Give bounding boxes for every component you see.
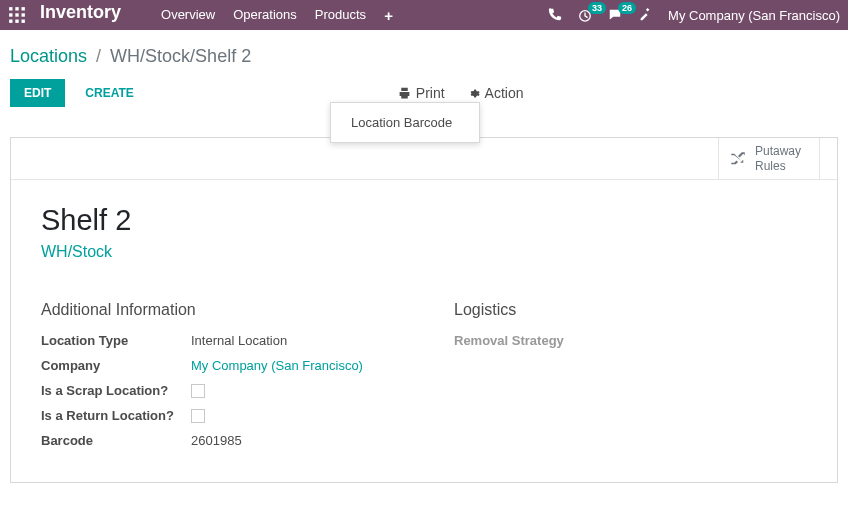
menu-products[interactable]: Products	[315, 7, 366, 24]
record-title: Shelf 2	[41, 204, 807, 237]
putaway-line2: Rules	[755, 159, 801, 173]
label-barcode: Barcode	[41, 433, 191, 448]
value-location-type: Internal Location	[191, 333, 287, 348]
form-columns: Additional Information Location Type Int…	[41, 301, 807, 458]
svg-rect-3	[9, 13, 12, 16]
menu-item-location-barcode[interactable]: Location Barcode	[331, 107, 479, 138]
app-name[interactable]: Inventory	[40, 2, 121, 23]
top-nav: Inventory Overview Operations Products +…	[0, 0, 848, 30]
svg-rect-2	[22, 7, 25, 10]
value-barcode: 2601985	[191, 433, 242, 448]
svg-rect-5	[22, 13, 25, 16]
create-button[interactable]: CREATE	[71, 79, 147, 107]
button-box: Putaway Rules	[11, 138, 837, 180]
field-scrap: Is a Scrap Location?	[41, 383, 394, 398]
label-location-type: Location Type	[41, 333, 191, 348]
field-barcode: Barcode 2601985	[41, 433, 394, 448]
value-company[interactable]: My Company (San Francisco)	[191, 358, 363, 373]
putaway-line1: Putaway	[755, 144, 801, 158]
print-dropdown[interactable]: Print	[398, 85, 445, 101]
print-label: Print	[416, 85, 445, 101]
timer-badge: 33	[588, 2, 606, 14]
timer-icon[interactable]: 33	[578, 8, 592, 22]
company-switcher[interactable]: My Company (San Francisco)	[668, 8, 840, 23]
action-label: Action	[485, 85, 524, 101]
main-menu: Overview Operations Products +	[161, 7, 393, 24]
menu-overview[interactable]: Overview	[161, 7, 215, 24]
checkbox-scrap[interactable]	[191, 384, 205, 398]
checkbox-return[interactable]	[191, 409, 205, 423]
nav-right: 33 26 My Company (San Francisco)	[548, 7, 840, 24]
svg-rect-6	[9, 20, 12, 23]
control-panel: Locations / WH/Stock/Shelf 2 EDIT CREATE…	[0, 30, 848, 107]
section-additional-info: Additional Information	[41, 301, 394, 319]
chat-badge: 26	[618, 2, 636, 14]
apps-menu-icon[interactable]	[8, 6, 26, 24]
chat-icon[interactable]: 26	[608, 8, 622, 22]
label-company: Company	[41, 358, 191, 373]
svg-rect-1	[15, 7, 18, 10]
toolbar-actions: Print Action	[398, 85, 524, 101]
breadcrumb-root[interactable]: Locations	[10, 46, 87, 66]
label-return: Is a Return Location?	[41, 408, 191, 423]
print-menu: Location Barcode	[330, 102, 480, 143]
field-return: Is a Return Location?	[41, 408, 394, 423]
field-location-type: Location Type Internal Location	[41, 333, 394, 348]
field-removal-strategy: Removal Strategy	[454, 333, 807, 348]
col-left: Additional Information Location Type Int…	[41, 301, 394, 458]
label-removal-strategy: Removal Strategy	[454, 333, 564, 348]
shuffle-icon	[729, 150, 747, 168]
action-dropdown[interactable]: Action	[467, 85, 524, 101]
field-company: Company My Company (San Francisco)	[41, 358, 394, 373]
print-icon	[398, 87, 411, 100]
sheet-body: Shelf 2 WH/Stock Additional Information …	[11, 180, 837, 482]
stat-btn-extra[interactable]	[819, 138, 837, 179]
putaway-rules-button[interactable]: Putaway Rules	[718, 138, 819, 179]
parent-location-link[interactable]: WH/Stock	[41, 243, 807, 261]
menu-add[interactable]: +	[384, 7, 393, 24]
svg-rect-8	[22, 20, 25, 23]
breadcrumb: Locations / WH/Stock/Shelf 2	[10, 46, 838, 67]
col-right: Logistics Removal Strategy	[454, 301, 807, 458]
edit-button[interactable]: EDIT	[10, 79, 65, 107]
label-scrap: Is a Scrap Location?	[41, 383, 191, 398]
breadcrumb-current: WH/Stock/Shelf 2	[110, 46, 251, 66]
menu-operations[interactable]: Operations	[233, 7, 297, 24]
svg-rect-7	[15, 20, 18, 23]
svg-rect-0	[9, 7, 12, 10]
tools-icon[interactable]	[638, 7, 652, 24]
gear-icon	[467, 87, 480, 100]
form-sheet: Putaway Rules Shelf 2 WH/Stock Additiona…	[10, 137, 838, 483]
section-logistics: Logistics	[454, 301, 807, 319]
svg-rect-4	[15, 13, 18, 16]
breadcrumb-separator: /	[96, 46, 101, 66]
phone-icon[interactable]	[548, 7, 562, 24]
